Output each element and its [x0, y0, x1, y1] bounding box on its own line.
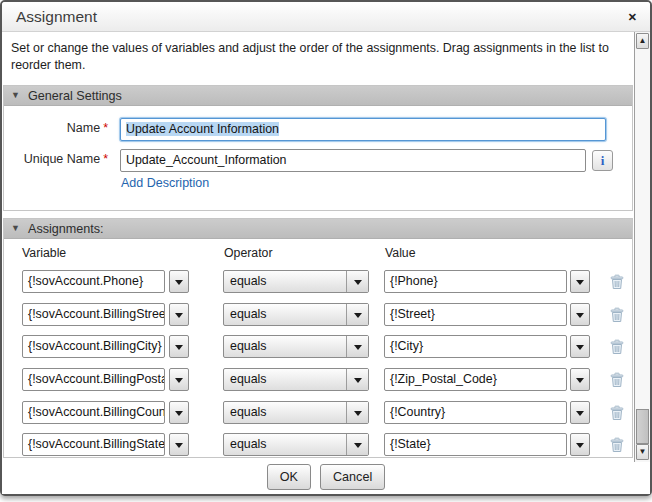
name-label: Name* — [4, 121, 108, 135]
value-input[interactable]: {!City} — [384, 335, 567, 358]
value-input[interactable]: {!Zip_Postal_Code} — [384, 368, 567, 391]
variable-dropdown-button[interactable] — [169, 303, 189, 326]
unique-name-label: Unique Name* — [4, 152, 108, 166]
variable-column-header: Variable — [22, 246, 66, 260]
chevron-down-icon — [175, 411, 183, 416]
chevron-down-icon — [346, 434, 368, 455]
close-icon[interactable]: ✕ — [628, 10, 637, 24]
trash-icon[interactable] — [609, 274, 625, 290]
chevron-down-icon — [346, 336, 368, 357]
scroll-up-icon[interactable]: ▲ — [636, 33, 649, 49]
operator-select[interactable]: equals — [223, 433, 369, 456]
collapse-triangle-icon[interactable]: ▼ — [11, 90, 20, 100]
trash-icon[interactable] — [609, 437, 625, 453]
variable-input[interactable]: {!sovAccount.BillingCity} — [22, 335, 165, 358]
value-dropdown-button[interactable] — [570, 303, 590, 326]
assignment-row: {!sovAccount.BillingCountry} equals {!Co… — [4, 401, 632, 426]
scroll-down-icon[interactable]: ▼ — [636, 444, 649, 460]
chevron-down-icon — [175, 378, 183, 383]
name-input-selected-text: Update Account Information — [126, 122, 279, 136]
variable-dropdown-button[interactable] — [169, 335, 189, 358]
general-settings-section: ▼ General Settings Name* Update Account … — [3, 85, 633, 211]
name-input[interactable]: Update Account Information — [120, 118, 606, 141]
value-dropdown-button[interactable] — [570, 401, 590, 424]
chevron-down-icon — [576, 313, 584, 318]
collapse-triangle-icon[interactable]: ▼ — [11, 223, 20, 233]
variable-input[interactable]: {!sovAccount.BillingCountry} — [22, 401, 165, 424]
value-input[interactable]: {!State} — [384, 433, 567, 456]
chevron-down-icon — [346, 271, 368, 292]
required-asterisk: * — [103, 152, 108, 166]
operator-select[interactable]: equals — [223, 368, 369, 391]
variable-input[interactable]: {!sovAccount.Phone} — [22, 270, 165, 293]
general-settings-header[interactable]: ▼ General Settings — [4, 86, 632, 106]
assignment-row: {!sovAccount.BillingPostalCode} equals {… — [4, 368, 632, 393]
operator-select[interactable]: equals — [223, 303, 369, 326]
value-dropdown-button[interactable] — [570, 335, 590, 358]
trash-icon[interactable] — [609, 339, 625, 355]
dialog-scroll-content: Set or change the values of variables an… — [2, 32, 634, 462]
chevron-down-icon — [175, 280, 183, 285]
scrollbar-thumb[interactable] — [636, 409, 649, 444]
variable-dropdown-button[interactable] — [169, 433, 189, 456]
trash-icon[interactable] — [609, 372, 625, 388]
chevron-down-icon — [175, 313, 183, 318]
variable-dropdown-button[interactable] — [169, 270, 189, 293]
assignments-title: Assignments: — [28, 222, 104, 236]
operator-select[interactable]: equals — [223, 335, 369, 358]
chevron-down-icon — [576, 443, 584, 448]
value-column-header: Value — [385, 246, 416, 260]
chevron-down-icon — [346, 304, 368, 325]
operator-select[interactable]: equals — [223, 401, 369, 424]
chevron-down-icon — [576, 378, 584, 383]
trash-icon[interactable] — [609, 307, 625, 323]
assignment-dialog: Assignment ✕ Set or change the values of… — [0, 0, 652, 496]
assignment-row: {!sovAccount.BillingCity} equals {!City} — [4, 335, 632, 360]
value-input[interactable]: {!Street} — [384, 303, 567, 326]
chevron-down-icon — [346, 402, 368, 423]
scrollbar[interactable]: ▲ ▼ — [634, 32, 650, 462]
general-settings-title: General Settings — [28, 89, 122, 103]
cancel-button[interactable]: Cancel — [320, 464, 385, 490]
chevron-down-icon — [576, 411, 584, 416]
dialog-description: Set or change the values of variables an… — [11, 40, 631, 74]
ok-button[interactable]: OK — [267, 464, 311, 490]
variable-input[interactable]: {!sovAccount.BillingState} — [22, 433, 165, 456]
variable-input[interactable]: {!sovAccount.BillingStreet} — [22, 303, 165, 326]
assignment-row: {!sovAccount.BillingStreet} equals {!Str… — [4, 303, 632, 328]
chevron-down-icon — [576, 280, 584, 285]
info-icon[interactable]: i — [592, 150, 613, 171]
required-asterisk: * — [103, 121, 108, 135]
assignments-header[interactable]: ▼ Assignments: — [4, 219, 632, 239]
dialog-title: Assignment — [16, 8, 97, 26]
dialog-titlebar: Assignment ✕ — [2, 2, 650, 32]
assignment-row: {!sovAccount.BillingState} equals {!Stat… — [4, 433, 632, 458]
add-description-link[interactable]: Add Description — [121, 176, 209, 190]
chevron-down-icon — [576, 345, 584, 350]
value-input[interactable]: {!Phone} — [384, 270, 567, 293]
value-dropdown-button[interactable] — [570, 433, 590, 456]
value-input[interactable]: {!Country} — [384, 401, 567, 424]
variable-dropdown-button[interactable] — [169, 401, 189, 424]
unique-name-input[interactable]: Update_Account_Information — [120, 149, 586, 172]
variable-dropdown-button[interactable] — [169, 368, 189, 391]
screen: Assignment ✕ Set or change the values of… — [0, 0, 652, 502]
chevron-down-icon — [346, 369, 368, 390]
value-dropdown-button[interactable] — [570, 368, 590, 391]
chevron-down-icon — [175, 345, 183, 350]
value-dropdown-button[interactable] — [570, 270, 590, 293]
assignments-section: ▼ Assignments: Variable Operator Value {… — [3, 218, 633, 458]
operator-column-header: Operator — [224, 246, 273, 260]
trash-icon[interactable] — [609, 405, 625, 421]
assignment-row: {!sovAccount.Phone} equals {!Phone} — [4, 270, 632, 295]
variable-input[interactable]: {!sovAccount.BillingPostalCode} — [22, 368, 165, 391]
chevron-down-icon — [175, 443, 183, 448]
operator-select[interactable]: equals — [223, 270, 369, 293]
dialog-footer: OK Cancel — [2, 462, 650, 494]
